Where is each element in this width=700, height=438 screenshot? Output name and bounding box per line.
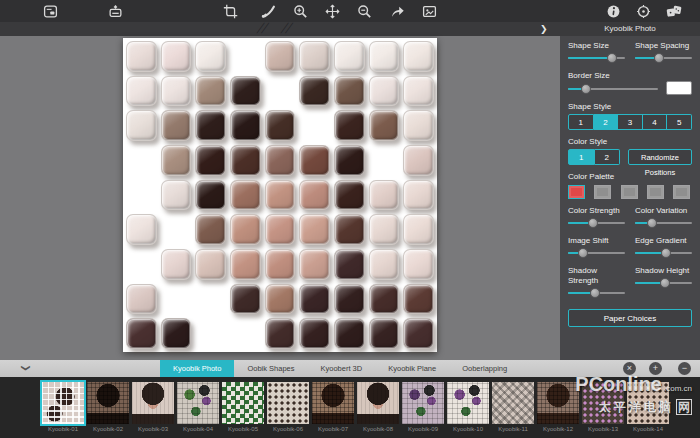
tab-kyoobert-3d[interactable]: Kyoobert 3D (308, 360, 376, 377)
settings-panel: Shape Size Shape Spacing Border Size Sha… (560, 36, 700, 360)
mosaic-tile (161, 145, 192, 176)
palette-swatch-4[interactable] (647, 185, 664, 199)
mosaic-tile (126, 180, 157, 211)
crop-icon[interactable] (222, 3, 238, 19)
thumbnail-kyoobik-07[interactable] (312, 382, 354, 424)
mosaic-tile (265, 110, 296, 141)
thumbnail-kyoobik-11[interactable] (492, 382, 534, 424)
shape-size-slider[interactable] (568, 52, 625, 64)
shape-style-option-5[interactable]: 5 (667, 114, 692, 130)
mosaic-tile (334, 76, 365, 107)
thumbnail-kyoobik-06[interactable] (267, 382, 309, 424)
brush-icon[interactable] (260, 3, 276, 19)
mosaic-tile (230, 180, 261, 211)
mosaic-tile (230, 110, 261, 141)
shape-style-option-4[interactable]: 4 (643, 114, 668, 130)
mosaic-tile (403, 41, 434, 72)
shape-style-label: Shape Style (568, 102, 692, 112)
tab-kyoobik-photo[interactable]: Kyoobik Photo (160, 360, 234, 377)
color-style-option-1[interactable]: 1 (568, 149, 595, 165)
share-icon[interactable] (389, 3, 405, 19)
thumbnail-label: Kyoobik-12 (537, 426, 579, 432)
paper-choices-button[interactable]: Paper Choices (568, 309, 692, 327)
mosaic-grid (126, 41, 434, 349)
randomize-positions-button[interactable]: Randomize Positions (628, 149, 692, 165)
shape-style-option-2[interactable]: 2 (594, 114, 619, 130)
mosaic-tile (230, 76, 261, 107)
palette-swatch-3[interactable] (621, 185, 638, 199)
thumbnail-kyoobik-02[interactable] (87, 382, 129, 424)
mosaic-tile (299, 76, 330, 107)
main-toolbar (0, 0, 700, 22)
mosaic-tile (230, 145, 261, 176)
shape-style-option-3[interactable]: 3 (618, 114, 643, 130)
mosaic-tile (195, 284, 226, 315)
mosaic-tile (195, 214, 226, 245)
thumbnail-item: Kyoobik-08 (357, 382, 399, 432)
mosaic-tile (195, 76, 226, 107)
mosaic-tile (403, 145, 434, 176)
thumbnail-item: Kyoobik-03 (132, 382, 174, 432)
color-variation-slider[interactable] (635, 217, 692, 229)
thumb-size-increase-button[interactable]: + (649, 362, 662, 375)
edge-gradient-slider[interactable] (635, 247, 692, 259)
thumb-refresh-button[interactable]: × (623, 362, 636, 375)
mosaic-tile (126, 284, 157, 315)
thumb-size-decrease-button[interactable]: − (678, 362, 691, 375)
dice-icon[interactable] (666, 3, 682, 19)
mosaic-tile (265, 249, 296, 280)
shadow-height-slider[interactable] (635, 277, 692, 289)
chevron-down-icon[interactable]: ❯ (21, 364, 31, 372)
thumbnail-kyoobik-13[interactable] (582, 382, 624, 424)
import-image-icon[interactable] (107, 3, 123, 19)
zoom-out-icon[interactable] (356, 3, 372, 19)
thumbnail-kyoobik-12[interactable] (537, 382, 579, 424)
crosshair-icon[interactable] (635, 3, 651, 19)
shadow-strength-slider[interactable] (568, 287, 625, 299)
mosaic-tile (126, 214, 157, 245)
image-shift-slider[interactable] (568, 247, 625, 259)
mosaic-tile (403, 110, 434, 141)
color-strength-slider[interactable] (568, 217, 625, 229)
palette-swatch-1[interactable] (568, 185, 585, 199)
new-canvas-icon[interactable] (42, 3, 58, 19)
border-size-label: Border Size (568, 71, 692, 81)
color-style-option-2[interactable]: 2 (595, 149, 621, 165)
zoom-in-icon[interactable] (292, 3, 308, 19)
preset-thumbnails: Kyoobik-01Kyoobik-02Kyoobik-03Kyoobik-04… (42, 382, 669, 432)
move-icon[interactable] (324, 3, 340, 19)
preset-filmstrip: Kyoobik-01Kyoobik-02Kyoobik-03Kyoobik-04… (0, 377, 700, 438)
thumbnail-kyoobik-09[interactable] (402, 382, 444, 424)
thumbnail-kyoobik-10[interactable] (447, 382, 489, 424)
mosaic-tile (334, 284, 365, 315)
thumbnail-kyoobik-04[interactable] (177, 382, 219, 424)
tab-oobik-shapes[interactable]: Oobik Shapes (234, 360, 307, 377)
mosaic-tile (230, 284, 261, 315)
thumbnail-kyoobik-14[interactable] (627, 382, 669, 424)
thumbnail-kyoobik-01[interactable] (42, 382, 84, 424)
image-shift-label: Image Shift (568, 236, 625, 246)
thumbnail-kyoobik-08[interactable] (357, 382, 399, 424)
thumbnail-item: Kyoobik-07 (312, 382, 354, 432)
tab-kyoobik-plane[interactable]: Kyoobik Plane (375, 360, 449, 377)
border-color-swatch[interactable] (666, 81, 692, 95)
mosaic-tile (334, 318, 365, 349)
mosaic-tile (334, 110, 365, 141)
frame-picture-icon[interactable] (421, 3, 437, 19)
canvas-sheet[interactable] (123, 38, 437, 352)
thumbnail-kyoobik-05[interactable] (222, 382, 264, 424)
shadow-strength-label: Shadow Strength (568, 266, 625, 286)
mosaic-tile (195, 180, 226, 211)
thumbnail-kyoobik-03[interactable] (132, 382, 174, 424)
border-size-slider[interactable] (568, 83, 658, 95)
shape-style-option-1[interactable]: 1 (568, 114, 594, 130)
mosaic-tile (195, 145, 226, 176)
info-icon[interactable] (605, 3, 621, 19)
tab-ooberlapping[interactable]: Ooberlapping (449, 360, 520, 377)
collapse-panel-chevron-icon[interactable]: ❯ (540, 23, 548, 35)
edge-gradient-label: Edge Gradient (635, 236, 692, 246)
shape-spacing-slider[interactable] (635, 52, 692, 64)
mosaic-tile (334, 145, 365, 176)
palette-swatch-2[interactable] (594, 185, 611, 199)
palette-swatch-5[interactable] (673, 185, 690, 199)
